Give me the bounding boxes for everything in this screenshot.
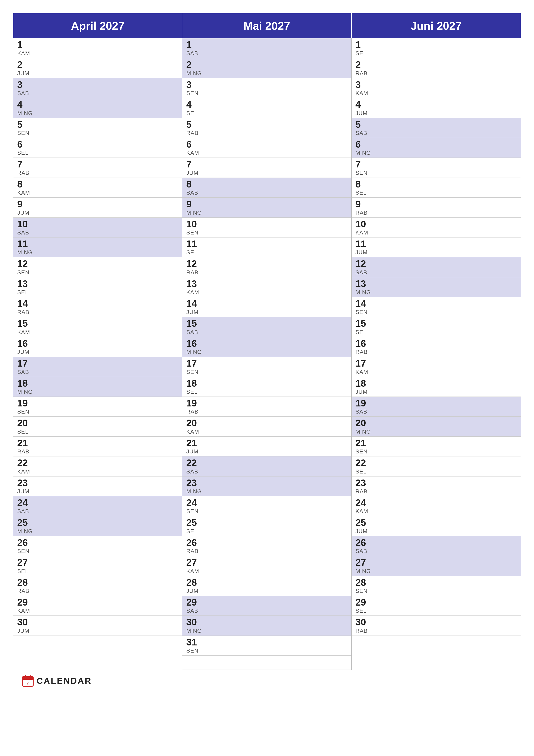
day-name: SAB [186, 329, 347, 336]
day-number: 2 [17, 60, 178, 70]
day-number: 11 [186, 239, 347, 249]
day-number: 23 [17, 478, 178, 488]
day-cell: 31SEN [182, 636, 351, 656]
day-number: 18 [17, 378, 178, 389]
day-number: 23 [355, 478, 517, 488]
day-name: RAB [186, 130, 347, 136]
day-name: SAB [355, 269, 517, 276]
day-name: SAB [17, 508, 178, 515]
day-name: RAB [355, 488, 517, 495]
day-cell: 28SEN [352, 576, 521, 596]
day-number: 22 [17, 458, 178, 468]
day-name: KAM [355, 508, 517, 515]
day-name: SEN [17, 408, 178, 415]
day-number: 25 [186, 517, 347, 528]
svg-rect-1 [22, 677, 33, 680]
month-header-1: Mai 2027 [182, 14, 351, 39]
day-number: 28 [186, 577, 347, 588]
day-name: MING [186, 488, 347, 495]
day-name: JUM [17, 70, 178, 77]
day-number: 12 [355, 258, 517, 269]
day-cell: 30MING [182, 616, 351, 635]
day-cell: 12RAB [182, 257, 351, 277]
day-number: 16 [355, 338, 517, 349]
day-cell: 1SEL [352, 39, 521, 58]
day-cell: 18MING [13, 377, 182, 397]
day-cell: 2JUM [13, 58, 182, 78]
day-name: JUM [17, 488, 178, 495]
day-cell: 24SAB [13, 496, 182, 516]
day-cell: 25JUM [352, 516, 521, 536]
days-grid: 1KAM2JUM3SAB4MING5SEN6SEL7RAB8KAM9JUM10S… [13, 39, 521, 670]
day-cell: 10SAB [13, 218, 182, 237]
day-number: 19 [186, 398, 347, 408]
day-cell: 19RAB [182, 397, 351, 417]
day-number: 6 [355, 139, 517, 149]
day-cell: 9RAB [352, 198, 521, 217]
day-name: MING [355, 428, 517, 435]
day-cell: 7SEN [352, 158, 521, 177]
day-cell: 5RAB [182, 118, 351, 138]
month-col-1: 1SAB2MING3SEN4SEL5RAB6KAM7JUM8SAB9MING10… [182, 39, 351, 670]
day-name: SEN [186, 508, 347, 515]
day-name: JUM [355, 528, 517, 535]
day-number: 1 [17, 40, 178, 50]
day-cell: 23MING [182, 476, 351, 496]
month-header-0: April 2027 [13, 14, 182, 39]
day-cell: 17SAB [13, 357, 182, 377]
day-cell: 25SEL [182, 516, 351, 536]
day-cell: 24SEN [182, 496, 351, 516]
day-number: 6 [186, 139, 347, 149]
day-cell: 6MING [352, 138, 521, 158]
day-number: 30 [186, 617, 347, 627]
header-row: April 2027Mai 2027Juni 2027 [13, 14, 521, 39]
day-name: RAB [355, 209, 517, 216]
day-name: RAB [186, 548, 347, 554]
day-number: 10 [355, 219, 517, 229]
day-cell: 6SEL [13, 138, 182, 158]
day-cell [352, 650, 521, 664]
day-number: 23 [186, 478, 347, 488]
day-cell: 4MING [13, 98, 182, 118]
day-name: JUM [355, 389, 517, 395]
day-cell: 14JUM [182, 297, 351, 317]
day-cell: 27KAM [182, 556, 351, 576]
day-number: 6 [17, 139, 178, 149]
day-name: SAB [355, 548, 517, 554]
day-cell: 19SEN [13, 397, 182, 417]
day-number: 21 [186, 438, 347, 448]
day-number: 11 [355, 239, 517, 249]
day-number: 29 [17, 597, 178, 608]
day-name: RAB [17, 448, 178, 455]
day-cell: 20KAM [182, 417, 351, 436]
day-number: 30 [17, 617, 178, 627]
day-name: MING [17, 249, 178, 256]
day-number: 20 [186, 418, 347, 428]
day-number: 22 [355, 458, 517, 468]
day-number: 29 [186, 597, 347, 608]
day-cell: 23JUM [13, 476, 182, 496]
day-cell [13, 636, 182, 650]
day-number: 21 [17, 438, 178, 448]
day-name: RAB [186, 408, 347, 415]
day-number: 3 [17, 80, 178, 90]
day-number: 1 [355, 40, 517, 50]
day-cell: 14SEN [352, 297, 521, 317]
day-name: JUM [17, 209, 178, 216]
day-cell: 21SEN [352, 437, 521, 456]
day-cell: 27MING [352, 556, 521, 576]
day-number: 15 [17, 318, 178, 329]
day-cell: 16MING [182, 337, 351, 357]
day-number: 25 [355, 517, 517, 528]
calendar-icon: 7 [22, 675, 34, 687]
day-name: SAB [17, 90, 178, 96]
day-name: JUM [186, 448, 347, 455]
day-cell: 29KAM [13, 596, 182, 616]
day-number: 24 [17, 498, 178, 508]
day-cell: 13SEL [13, 277, 182, 297]
day-number: 7 [17, 159, 178, 169]
day-name: MING [186, 209, 347, 216]
day-name: KAM [355, 369, 517, 375]
day-number: 16 [186, 338, 347, 349]
day-cell: 17KAM [352, 357, 521, 377]
